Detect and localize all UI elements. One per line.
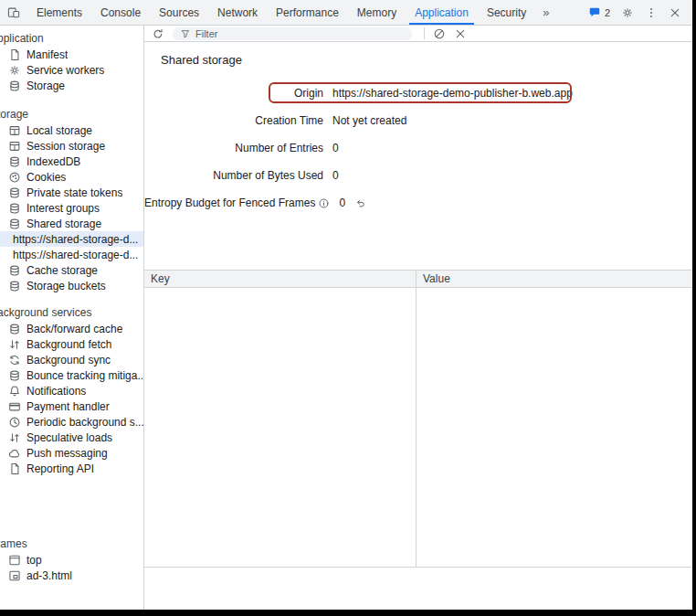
sidebar-item-label: Service workers: [26, 64, 104, 77]
iframe-icon: [8, 569, 21, 582]
filter-box: [173, 27, 412, 40]
sidebar-item-back-forward-cache[interactable]: Back/forward cache: [0, 321, 143, 336]
tab-application[interactable]: Application: [409, 0, 474, 25]
settings-gear-icon[interactable]: [621, 6, 634, 19]
sidebar-item-label: Push messaging: [26, 447, 108, 460]
reset-budget-icon[interactable]: [354, 197, 366, 209]
meta-label-text: Number of Entries: [235, 142, 323, 154]
issues-bubble-icon: [588, 6, 601, 19]
entries-table-header: Key Value: [144, 271, 692, 288]
sidebar-item-label: https://shared-storage-d...: [13, 249, 138, 261]
sidebar-item-background-sync[interactable]: Background sync: [0, 352, 143, 367]
meta-row-entropy-budget-for-fenced-frames: Entropy Budget for Fenced Frames0: [144, 189, 692, 217]
document-icon: [8, 462, 21, 475]
sidebar-item-label: Cookies: [26, 171, 66, 184]
meta-label: Origin: [144, 87, 323, 100]
entries-table: Key Value: [144, 270, 692, 568]
sidebar-section-title-background-services: Background services: [0, 305, 143, 321]
meta-label: Number of Bytes Used: [144, 169, 323, 182]
sidebar-section-title-frames: Frames: [0, 536, 143, 552]
sidebar-item-manifest[interactable]: Manifest: [0, 47, 143, 62]
sidebar-item-service-workers[interactable]: Service workers: [0, 62, 143, 78]
metadata-view: Originhttps://shared-storage-demo-publis…: [144, 80, 692, 217]
sidebar-item-https-shared-storage-d[interactable]: https://shared-storage-d...: [0, 231, 143, 247]
issues-button[interactable]: 2: [588, 6, 610, 19]
sidebar-item-label: Notifications: [26, 385, 86, 398]
tab-sources[interactable]: Sources: [153, 0, 205, 25]
table-icon: [8, 140, 21, 153]
sidebar-item-interest-groups[interactable]: Interest groups: [0, 200, 143, 216]
meta-label-text: Number of Bytes Used: [213, 169, 323, 182]
tab-security[interactable]: Security: [481, 0, 532, 25]
sidebar-item-label: https://shared-storage-d...: [13, 233, 138, 246]
info-icon[interactable]: [318, 197, 330, 209]
toolbar-divider: [424, 27, 425, 39]
devtools-window: ElementsConsoleSourcesNetworkPerformance…: [0, 0, 696, 616]
close-panel-icon[interactable]: [454, 27, 467, 40]
delete-all-icon[interactable]: [433, 27, 446, 40]
meta-label: Creation Time: [144, 114, 323, 127]
content-area: ApplicationManifestService workersStorag…: [0, 26, 692, 610]
application-sidebar: ApplicationManifestService workersStorag…: [0, 26, 144, 610]
meta-value: 0: [339, 196, 345, 209]
kebab-menu-icon[interactable]: [645, 6, 658, 19]
sidebar-item-label: Background fetch: [26, 338, 111, 351]
sidebar-item-label: Background sync: [26, 354, 111, 366]
close-devtools-icon[interactable]: [669, 6, 681, 19]
sidebar-item-push-messaging[interactable]: Push messaging: [0, 445, 143, 461]
shared-storage-panel: Shared storage Originhttps://shared-stor…: [144, 26, 692, 610]
tab-memory[interactable]: Memory: [352, 0, 402, 25]
sidebar-item-https-shared-storage-d[interactable]: https://shared-storage-d...: [0, 247, 143, 262]
filter-input[interactable]: [195, 28, 406, 39]
sidebar-item-notifications[interactable]: Notifications: [0, 383, 143, 398]
tab-console[interactable]: Console: [95, 0, 146, 25]
sidebar-item-payment-handler[interactable]: Payment handler: [0, 398, 143, 414]
meta-value: 0: [332, 169, 339, 182]
more-tabs-icon[interactable]: »: [535, 0, 556, 25]
sidebar-item-speculative-loads[interactable]: Speculative loads: [0, 430, 143, 445]
sidebar-item-bounce-tracking-mitiga[interactable]: Bounce tracking mitiga...: [0, 367, 143, 383]
tab-performance[interactable]: Performance: [270, 0, 344, 25]
meta-label-text: Origin: [294, 87, 323, 100]
device-toolbar-icon[interactable]: [0, 0, 27, 25]
sidebar-item-label: Back/forward cache: [26, 323, 122, 335]
refresh-icon[interactable]: [152, 27, 164, 40]
sidebar-item-cache-storage[interactable]: Cache storage: [0, 262, 143, 278]
sidebar-item-storage-buckets[interactable]: Storage buckets: [0, 278, 143, 293]
tab-elements[interactable]: Elements: [31, 0, 88, 25]
sidebar-item-storage[interactable]: Storage: [0, 78, 143, 93]
sidebar-item-label: Interest groups: [26, 202, 100, 215]
frame-icon: [8, 554, 21, 567]
sidebar-item-label: Speculative loads: [26, 431, 112, 444]
tabbar-actions: 2: [588, 0, 692, 25]
sidebar-item-label: top: [26, 554, 42, 567]
sidebar-item-session-storage[interactable]: Session storage: [0, 138, 143, 154]
sidebar-item-label: Cache storage: [26, 264, 98, 277]
sidebar-item-indexeddb[interactable]: IndexedDB: [0, 154, 143, 169]
bell-icon: [8, 385, 21, 398]
panel-tabs: ElementsConsoleSourcesNetworkPerformance…: [27, 0, 535, 25]
sidebar-item-label: Storage buckets: [26, 280, 106, 292]
sidebar-item-ad-3-html[interactable]: ad-3.html: [0, 568, 143, 583]
sync-icon: [8, 354, 21, 366]
meta-value: 0: [332, 142, 339, 154]
table-icon: [8, 124, 21, 137]
sidebar-item-label: Payment handler: [26, 400, 110, 413]
database-icon: [8, 202, 21, 215]
sidebar-item-background-fetch[interactable]: Background fetch: [0, 336, 143, 352]
sidebar-item-reporting-api[interactable]: Reporting API: [0, 461, 143, 476]
column-header-value: Value: [417, 271, 692, 287]
sidebar-item-periodic-background-s[interactable]: Periodic background s...: [0, 414, 143, 430]
sidebar-item-shared-storage[interactable]: Shared storage: [0, 216, 143, 231]
database-icon: [8, 80, 21, 92]
sidebar-item-private-state-tokens[interactable]: Private state tokens: [0, 185, 143, 200]
meta-label-text: Creation Time: [255, 114, 323, 127]
sidebar-item-top[interactable]: top: [0, 552, 143, 568]
filter-funnel-icon: [180, 28, 190, 38]
tab-network[interactable]: Network: [212, 0, 263, 25]
sidebar-item-local-storage[interactable]: Local storage: [0, 122, 143, 138]
value-column: [417, 288, 692, 567]
sidebar-item-label: ad-3.html: [26, 569, 72, 582]
sidebar-item-cookies[interactable]: Cookies: [0, 169, 143, 185]
database-icon: [8, 155, 21, 168]
